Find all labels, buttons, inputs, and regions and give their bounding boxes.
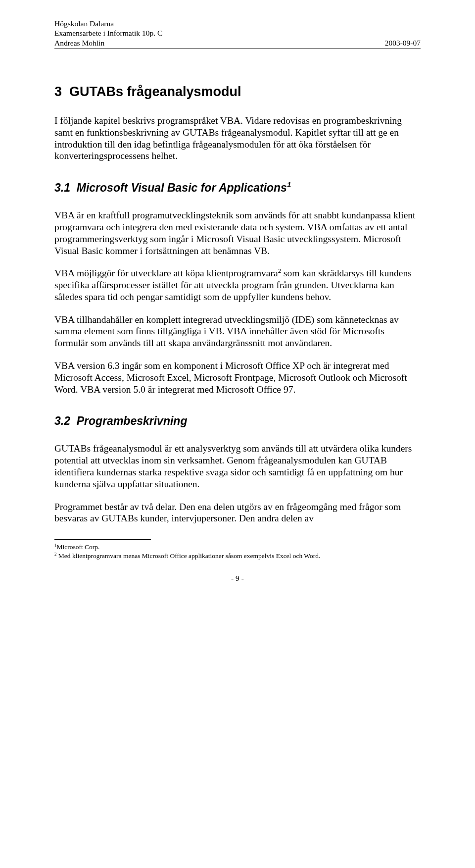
header-author: Andreas Mohlin bbox=[54, 38, 162, 48]
page-header: Högskolan Dalarna Examensarbete i Inform… bbox=[54, 19, 421, 49]
header-course: Examensarbete i Informatik 10p. C bbox=[54, 28, 162, 38]
footnote-2-text: Med klientprogramvara menas Microsoft Of… bbox=[56, 552, 320, 560]
paragraph-prog-1: GUTABs frågeanalysmodul är ett analysver… bbox=[54, 443, 421, 490]
footnote-separator bbox=[54, 539, 151, 540]
header-date: 2003-09-07 bbox=[385, 38, 421, 48]
paragraph-vba-3: VBA tillhandahåller en komplett integrer… bbox=[54, 314, 421, 349]
paragraph-vba-2: VBA möjliggör för utvecklare att köpa kl… bbox=[54, 267, 421, 303]
heading-2-vba: 3.1 Microsoft Visual Basic for Applicati… bbox=[54, 181, 421, 195]
page-number: - 9 - bbox=[54, 574, 421, 583]
paragraph-vba-4: VBA version 6.3 ingår som en komponent i… bbox=[54, 360, 421, 395]
header-institution: Högskolan Dalarna bbox=[54, 19, 162, 28]
header-left: Högskolan Dalarna Examensarbete i Inform… bbox=[54, 19, 162, 48]
paragraph-intro: I följande kapitel beskrivs programspråk… bbox=[54, 115, 421, 162]
heading-2-programbeskrivning: 3.2 Programbeskrivning bbox=[54, 414, 421, 428]
paragraph-prog-2: Programmet består av två delar. Den ena … bbox=[54, 501, 421, 525]
paragraph-vba-1: VBA är en kraftfull programutvecklingste… bbox=[54, 209, 421, 256]
p3-part-a: VBA möjliggör för utvecklare att köpa kl… bbox=[54, 268, 278, 278]
footnote-1-text: Microsoft Corp. bbox=[56, 543, 99, 551]
footnote-block: 1Microsoft Corp. 2 Med klientprogramvara… bbox=[54, 543, 421, 560]
heading-2-footnote-ref: 1 bbox=[287, 181, 291, 189]
heading-2-vba-text: 3.1 Microsoft Visual Basic for Applicati… bbox=[54, 181, 287, 194]
heading-1: 3 GUTABs frågeanalysmodul bbox=[54, 84, 421, 100]
footnote-2: 2 Med klientprogramvara menas Microsoft … bbox=[54, 552, 421, 561]
footnote-1: 1Microsoft Corp. bbox=[54, 543, 421, 552]
